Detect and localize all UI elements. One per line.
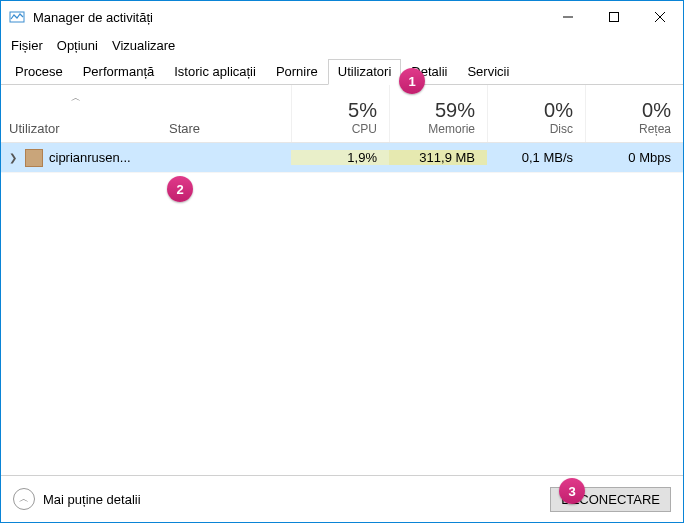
fewer-details-toggle[interactable]: ︿ Mai puține detalii	[13, 488, 141, 510]
app-icon	[9, 9, 25, 25]
svg-rect-2	[610, 13, 619, 22]
user-row[interactable]: ❯ ciprianrusen... 1,9% 311,9 MB 0,1 MB/s…	[1, 143, 683, 173]
network-label: Rețea	[639, 122, 671, 136]
close-button[interactable]	[637, 1, 683, 33]
column-header-disk[interactable]: 0% Disc	[487, 85, 585, 142]
cpu-cell: 1,9%	[291, 150, 389, 165]
user-name: ciprianrusen...	[49, 150, 131, 165]
menu-view[interactable]: Vizualizare	[112, 38, 175, 53]
column-header-network[interactable]: 0% Rețea	[585, 85, 683, 142]
disk-cell: 0,1 MB/s	[487, 150, 585, 165]
tab-history[interactable]: Istoric aplicații	[164, 59, 266, 85]
window-title: Manager de activități	[33, 10, 545, 25]
column-header-user[interactable]: ︿ Utilizator	[1, 85, 161, 142]
footer-bar: ︿ Mai puține detalii DECONECTARE	[1, 476, 683, 522]
tab-details[interactable]: Detalii	[401, 59, 457, 85]
column-header-status-label: Stare	[169, 121, 200, 136]
network-usage-total: 0%	[642, 99, 671, 122]
memory-usage-total: 59%	[435, 99, 475, 122]
tab-users[interactable]: Utilizatori	[328, 59, 401, 85]
tab-startup[interactable]: Pornire	[266, 59, 328, 85]
column-header-memory[interactable]: 59% Memorie	[389, 85, 487, 142]
menu-file[interactable]: Fișier	[11, 38, 43, 53]
maximize-button[interactable]	[591, 1, 637, 33]
cpu-label: CPU	[352, 122, 377, 136]
column-header-user-label: Utilizator	[9, 121, 161, 136]
disk-usage-total: 0%	[544, 99, 573, 122]
column-header-cpu[interactable]: 5% CPU	[291, 85, 389, 142]
tab-services[interactable]: Servicii	[457, 59, 519, 85]
column-header-status[interactable]: Stare	[161, 85, 291, 142]
expand-toggle-icon[interactable]: ❯	[7, 152, 19, 163]
disk-label: Disc	[550, 122, 573, 136]
minimize-button[interactable]	[545, 1, 591, 33]
tab-performance[interactable]: Performanță	[73, 59, 165, 85]
tab-processes[interactable]: Procese	[5, 59, 73, 85]
network-cell: 0 Mbps	[585, 150, 683, 165]
task-manager-window: 1 2 3 Manager de activități Fișier Opțiu…	[0, 0, 684, 523]
menu-bar: Fișier Opțiuni Vizualizare	[1, 33, 683, 57]
cpu-usage-total: 5%	[348, 99, 377, 122]
tab-bar: Procese Performanță Istoric aplicații Po…	[1, 57, 683, 85]
chevron-up-icon: ︿	[13, 488, 35, 510]
memory-label: Memorie	[428, 122, 475, 136]
user-cell: ❯ ciprianrusen...	[1, 149, 161, 167]
title-bar: Manager de activități	[1, 1, 683, 33]
user-avatar-icon	[25, 149, 43, 167]
memory-cell: 311,9 MB	[389, 150, 487, 165]
disconnect-button[interactable]: DECONECTARE	[550, 487, 671, 512]
fewer-details-label: Mai puține detalii	[43, 492, 141, 507]
content-area: ︿ Utilizator Stare 5% CPU 59% Memorie 0%…	[1, 85, 683, 476]
menu-options[interactable]: Opțiuni	[57, 38, 98, 53]
column-headers: ︿ Utilizator Stare 5% CPU 59% Memorie 0%…	[1, 85, 683, 143]
sort-indicator-icon: ︿	[71, 91, 81, 105]
